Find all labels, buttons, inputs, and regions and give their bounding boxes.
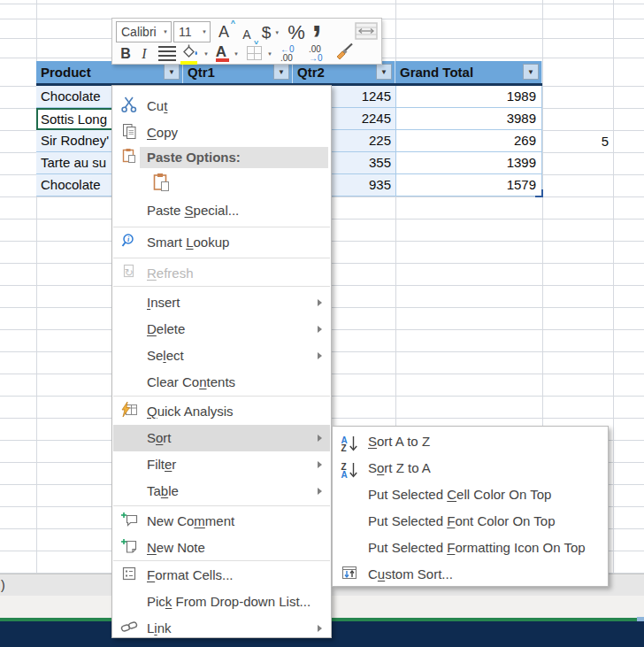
- accounting-format-button[interactable]: $▼: [258, 21, 283, 43]
- menu-item-smart-lookup[interactable]: iSmart Lookup: [113, 229, 330, 256]
- mini-toolbar: Calibri ▼ 11 ▼ A^ A^ $▼ % , B I: [111, 18, 382, 65]
- svg-text:↻: ↻: [124, 266, 133, 279]
- menu-item-sort[interactable]: Sort: [113, 425, 330, 451]
- cell-grand-total[interactable]: 1989: [395, 86, 542, 108]
- submenu-item-label: Sort Z to A: [368, 455, 431, 481]
- cut-icon: [121, 96, 137, 117]
- menu-item-cut[interactable]: Cut: [113, 93, 330, 119]
- italic-button[interactable]: I: [140, 45, 149, 63]
- custom-sort-icon: [341, 566, 357, 584]
- decrease-decimal-button[interactable]: ←0.00: [280, 45, 295, 63]
- menu-item-paste[interactable]: [113, 171, 330, 197]
- menu-item-label: Quick Analysis: [147, 398, 234, 425]
- sort-za-icon: ZA: [341, 458, 357, 480]
- submenu-item-sort-z-to-a[interactable]: ZASort Z to A: [334, 455, 607, 481]
- menu-separator: [113, 396, 330, 397]
- percent-style-button[interactable]: %: [286, 21, 307, 43]
- chevron-down-icon[interactable]: ▼: [234, 51, 239, 57]
- table-resize-handle[interactable]: [535, 189, 543, 197]
- smart-lookup-icon: i: [121, 233, 137, 252]
- chevron-down-icon[interactable]: ▼: [160, 29, 168, 35]
- chevron-down-icon[interactable]: ▼: [199, 29, 207, 35]
- submenu-arrow-icon: [318, 488, 322, 495]
- submenu-item-put-font-color-top[interactable]: Put Selected Font Color On Top: [334, 508, 607, 535]
- menu-item-select[interactable]: Select: [113, 343, 330, 369]
- new-note-icon: [121, 538, 138, 558]
- menu-separator: [113, 286, 330, 287]
- filter-dropdown-button[interactable]: ▼: [273, 64, 289, 80]
- menu-item-label: New Note: [147, 535, 205, 561]
- format-painter-icon[interactable]: [335, 42, 354, 61]
- menu-item-quick-analysis[interactable]: Quick Analysis: [113, 398, 330, 425]
- menu-item-new-comment[interactable]: New Comment: [113, 508, 330, 535]
- menu-item-label: Refresh: [147, 260, 194, 287]
- submenu-arrow-icon: [318, 299, 322, 306]
- menu-item-paste-options[interactable]: Paste Options:: [113, 144, 330, 171]
- merge-cells-icon[interactable]: [355, 22, 378, 40]
- comma-style-button[interactable]: ,: [309, 19, 325, 42]
- menu-item-delete[interactable]: Delete: [113, 316, 330, 343]
- increase-font-size-button[interactable]: A^: [213, 21, 234, 43]
- chevron-down-icon: ▼: [274, 30, 280, 35]
- submenu-item-custom-sort[interactable]: Custom Sort...: [334, 561, 607, 587]
- filter-dropdown-button[interactable]: ▼: [523, 64, 539, 80]
- menu-item-table[interactable]: Table: [113, 478, 330, 505]
- chevron-down-icon[interactable]: ▼: [267, 51, 272, 57]
- font-color-swatch: [216, 58, 229, 62]
- menu-item-label: Insert: [147, 289, 180, 316]
- decrease-font-size-button[interactable]: A^: [238, 23, 256, 45]
- menu-item-label: Cut: [147, 93, 167, 119]
- menu-separator: [113, 505, 330, 506]
- menu-item-filter[interactable]: Filter: [113, 451, 330, 478]
- menu-item-label: Copy: [147, 119, 178, 146]
- menu-separator: [113, 560, 330, 561]
- submenu-arrow-icon: [318, 326, 322, 333]
- menu-separator: [113, 227, 330, 227]
- filter-dropdown-button[interactable]: ▼: [376, 64, 392, 80]
- caret-up-icon: ^: [231, 19, 235, 27]
- paste-large-icon: [152, 173, 171, 196]
- menu-item-link[interactable]: Link: [113, 615, 330, 638]
- menu-item-label: Paste Special...: [147, 197, 239, 224]
- menu-item-insert[interactable]: Insert: [113, 289, 330, 316]
- submenu-item-label: Sort A to Z: [368, 428, 430, 455]
- submenu-item-put-format-icon-top[interactable]: Put Selected Formatting Icon On Top: [334, 535, 607, 561]
- cell-grand-total[interactable]: 3989: [395, 108, 542, 130]
- cell-grand-total[interactable]: 269: [395, 130, 542, 152]
- chevron-down-icon[interactable]: ▼: [203, 51, 209, 57]
- font-name-combobox[interactable]: Calibri ▼: [116, 21, 172, 42]
- borders-button[interactable]: [247, 46, 262, 60]
- menu-item-new-note[interactable]: New Note: [113, 535, 330, 561]
- menu-item-clear-contents[interactable]: Clear Contents: [113, 369, 330, 396]
- bold-button[interactable]: B: [119, 45, 132, 63]
- increase-decimal-button[interactable]: .00→0: [309, 45, 323, 63]
- submenu-item-sort-a-to-z[interactable]: AZSort A to Z: [334, 428, 607, 455]
- menu-item-format-cells[interactable]: Format Cells...: [113, 562, 330, 589]
- menu-item-label: New Comment: [147, 508, 234, 535]
- quick-analysis-icon: [121, 402, 138, 421]
- column-header-grand-total: Grand Total▼: [395, 61, 542, 83]
- menu-separator: [113, 258, 330, 258]
- new-comment-icon: [121, 512, 138, 531]
- scroll-corner: [637, 617, 644, 621]
- fill-color-swatch: [180, 61, 197, 65]
- sheet-tab-fragment: ): [0, 578, 5, 592]
- cell-grand-total[interactable]: 1579: [395, 174, 542, 196]
- adjacent-cell[interactable]: 5: [543, 131, 613, 152]
- cell-grand-total[interactable]: 1399: [395, 152, 542, 174]
- menu-item-copy[interactable]: Copy: [113, 119, 330, 146]
- submenu-item-label: Put Selected Formatting Icon On Top: [368, 535, 586, 561]
- menu-item-paste-special[interactable]: Paste Special...: [113, 197, 330, 224]
- menu-item-pick-from-list[interactable]: Pick From Drop-down List...: [113, 589, 330, 615]
- font-color-button[interactable]: A: [213, 43, 229, 59]
- font-size-combobox[interactable]: 11 ▼: [173, 21, 211, 42]
- menu-item-label: Sort: [147, 425, 172, 451]
- fill-color-button[interactable]: [180, 44, 199, 62]
- sort-az-icon: AZ: [341, 431, 357, 453]
- submenu-item-put-cell-color-top[interactable]: Put Selected Cell Color On Top: [334, 481, 607, 508]
- filter-dropdown-button[interactable]: ▼: [164, 64, 180, 80]
- link-icon: [120, 619, 138, 638]
- menu-item-refresh[interactable]: ↻Refresh: [113, 260, 330, 287]
- borders-lines-icon[interactable]: [158, 46, 176, 61]
- format-cells-icon: [121, 566, 137, 585]
